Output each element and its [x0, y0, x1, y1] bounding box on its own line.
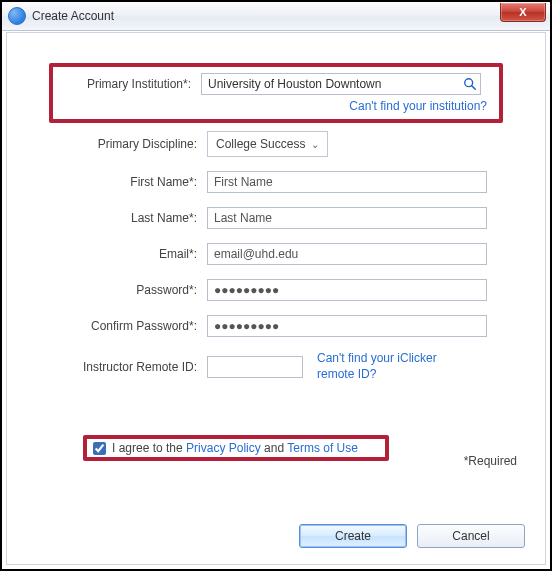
agree-text: I agree to the Privacy Policy and Terms …: [112, 441, 358, 455]
first-name-input[interactable]: [207, 171, 487, 193]
primary-institution-field-wrap: [201, 73, 481, 95]
label-last-name: Last Name*:: [27, 211, 207, 225]
close-icon: X: [519, 6, 526, 18]
titlebar[interactable]: Create Account X: [2, 2, 550, 31]
label-email: Email*:: [27, 247, 207, 261]
agree-prefix: I agree to the: [112, 441, 186, 455]
link-terms-of-use[interactable]: Terms of Use: [287, 441, 358, 455]
primary-institution-input[interactable]: [201, 73, 481, 95]
link-cant-find-institution[interactable]: Can't find your institution?: [349, 99, 487, 113]
label-confirm-password: Confirm Password*:: [27, 319, 207, 333]
link-cant-find-remote-id[interactable]: Can't find your iClicker remote ID?: [317, 351, 437, 381]
highlight-agree: I agree to the Privacy Policy and Terms …: [83, 435, 389, 461]
app-icon: [8, 7, 26, 25]
client-area: Primary Institution*: Can't find your in…: [6, 32, 546, 565]
instructor-remote-id-input[interactable]: [207, 356, 303, 378]
highlight-institution: Primary Institution*: Can't find your in…: [49, 63, 503, 123]
agree-checkbox[interactable]: [93, 442, 106, 455]
confirm-password-input[interactable]: [207, 315, 487, 337]
label-primary-institution: Primary Institution*:: [61, 77, 201, 91]
create-button[interactable]: Create: [299, 524, 407, 548]
label-instructor-remote-id: Instructor Remote ID:: [27, 360, 207, 374]
required-note: *Required: [464, 454, 517, 468]
link-privacy-policy[interactable]: Privacy Policy: [186, 441, 261, 455]
label-password: Password*:: [27, 283, 207, 297]
svg-line-1: [472, 86, 476, 90]
window-frame: Create Account X Primary Institution*:: [0, 0, 552, 571]
chevron-down-icon: ⌄: [311, 139, 319, 150]
password-input[interactable]: [207, 279, 487, 301]
search-icon[interactable]: [463, 77, 477, 91]
label-first-name: First Name*:: [27, 175, 207, 189]
last-name-input[interactable]: [207, 207, 487, 229]
button-bar: Create Cancel: [299, 524, 525, 548]
label-primary-discipline: Primary Discipline:: [27, 137, 207, 151]
cancel-button[interactable]: Cancel: [417, 524, 525, 548]
primary-discipline-select[interactable]: College Success ⌄: [207, 131, 328, 157]
email-input[interactable]: [207, 243, 487, 265]
agree-and: and: [261, 441, 287, 455]
window-title: Create Account: [32, 9, 114, 23]
close-button[interactable]: X: [500, 3, 546, 22]
primary-discipline-value: College Success: [216, 137, 305, 151]
